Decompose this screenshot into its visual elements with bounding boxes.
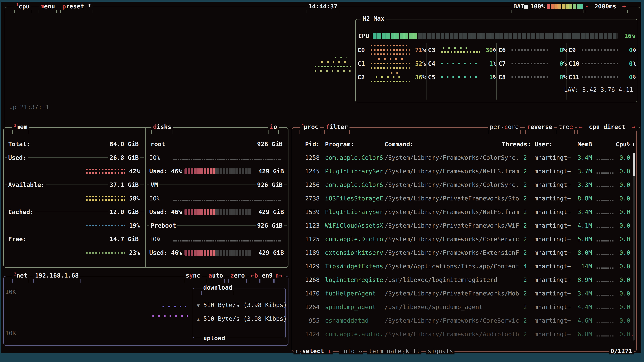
- scrollbar-track[interactable]: [633, 153, 635, 341]
- process-row[interactable]: 1123WiFiCloudAssetsX/System/Library/Priv…: [292, 219, 636, 232]
- process-program: fudHelperAgent: [325, 290, 376, 297]
- disk-io-label: IO%: [149, 195, 160, 202]
- process-row[interactable]: 1125com.apple.Dictio/System/Library/Fram…: [292, 232, 636, 246]
- select-button[interactable]: select ↓: [301, 348, 332, 355]
- download-arrow-icon: ▼: [197, 303, 200, 308]
- process-command: /System/Library/Frameworks/NetFS.fram: [384, 209, 519, 215]
- process-user: mhartingt+: [534, 249, 571, 256]
- process-mem-graph: [596, 268, 614, 269]
- col-mem[interactable]: MemB: [570, 141, 592, 148]
- process-row[interactable]: 1256com.apple.ColorS/System/Library/Fram…: [292, 178, 636, 192]
- process-mem-graph: [596, 308, 614, 309]
- disk-name: Preboot: [149, 222, 178, 229]
- col-cpu[interactable]: Cpu%: [609, 141, 630, 148]
- mem-disks-panel: 2mem disks io Total:64.0 GiBUsed:26.8 Gi…: [3, 127, 288, 268]
- tab-cpu[interactable]: 1cpu: [14, 3, 31, 11]
- process-cpu: 0.0: [614, 331, 630, 338]
- core-row-c11: C110%: [568, 67, 636, 87]
- col-user[interactable]: User:: [534, 141, 552, 148]
- net-zero-button[interactable]: zero: [228, 272, 246, 279]
- col-program[interactable]: Program:: [325, 141, 354, 148]
- signals-button[interactable]: signals: [426, 348, 454, 355]
- tab-proc[interactable]: 4proc: [300, 123, 320, 131]
- core-pct: 52%: [411, 60, 426, 67]
- net-sync-button[interactable]: sync: [184, 272, 202, 279]
- scrollbar-thumb[interactable]: [633, 153, 635, 176]
- net-traffic-graph: [152, 306, 191, 317]
- process-row[interactable]: 1424com.apple.audio./System/Library/Fram…: [292, 327, 636, 341]
- sort-column-selector[interactable]: ← cpu direct →: [577, 123, 637, 131]
- tree-button[interactable]: tree: [557, 123, 575, 131]
- process-program: WiFiCloudAssetsX: [325, 222, 383, 229]
- core-pct-unit: %: [563, 60, 567, 67]
- process-row[interactable]: 1264spindump_agent/usr/libexec/spindump_…: [292, 300, 636, 314]
- core-graph: [371, 58, 411, 69]
- net-auto-button[interactable]: auto: [207, 272, 225, 279]
- process-pid: 1539: [292, 209, 320, 215]
- col-pid[interactable]: Pid:: [292, 141, 320, 148]
- process-row[interactable]: 955csnameddatad/System/Library/Framework…: [292, 314, 636, 327]
- process-program: spindump_agent: [325, 304, 376, 310]
- process-user: mhartingt+: [534, 236, 571, 243]
- menu-button[interactable]: menu: [39, 3, 57, 10]
- col-command[interactable]: Command:: [384, 141, 414, 148]
- disk-size: 926 GiB: [256, 181, 284, 188]
- scroll-up-icon[interactable]: ↑: [294, 348, 300, 355]
- core-row-c8: C80%: [498, 67, 567, 87]
- battery-block: [576, 4, 580, 9]
- core-pct-value: 0: [629, 60, 633, 67]
- mem-meter-row: 42%: [4, 164, 145, 178]
- graph-dots-row: [376, 76, 401, 78]
- per-core-button[interactable]: per-core: [488, 123, 520, 131]
- process-pid: 1268: [292, 276, 320, 283]
- filter-button[interactable]: filter: [324, 123, 350, 131]
- battery-label: BAT■: [513, 3, 528, 10]
- sort-prev-icon[interactable]: ←: [579, 123, 582, 130]
- graph-dots-row: [86, 169, 125, 170]
- process-user: mhartingt+: [534, 317, 571, 324]
- process-cpu: 0.0: [614, 195, 630, 202]
- net-prev-iface-button[interactable]: ←b: [249, 272, 260, 279]
- core-pct-unit: %: [632, 60, 636, 67]
- battery-block: [551, 4, 554, 9]
- process-mem: 3.4M: [571, 154, 592, 161]
- process-row[interactable]: 1245PlugInLibrarySer/System/Library/Fram…: [292, 164, 636, 178]
- process-row[interactable]: 1189extensionkitserv/System/Library/Fram…: [292, 246, 636, 259]
- core-pct: 0%: [622, 74, 636, 81]
- scroll-down-icon[interactable]: ↓: [328, 348, 332, 355]
- process-row[interactable]: 1429TipsWidgetExtens/System/Applications…: [292, 259, 636, 273]
- core-label: C5: [428, 74, 441, 81]
- mem-row-used: Used:26.8 GiB: [4, 151, 145, 164]
- process-pid: 1189: [292, 249, 320, 256]
- process-command: /System/Library/Frameworks/ExtensionF: [384, 249, 519, 256]
- preset-button[interactable]: preset *: [60, 3, 93, 10]
- process-cpu: 0.0: [614, 276, 630, 283]
- process-command: /System/Library/PrivateFrameworks/WiF: [384, 222, 519, 229]
- kill-button[interactable]: kill: [404, 348, 422, 355]
- process-row[interactable]: 1268loginitemregiste/usr/libexec/loginit…: [292, 273, 636, 287]
- core-label: C4: [428, 60, 441, 67]
- load-average: LAV: 3.42 3.76 4.11: [564, 86, 633, 93]
- process-row[interactable]: 2738iOSFilesStorageE/System/Library/Priv…: [292, 192, 636, 205]
- memory-stats: Total:64.0 GiBUsed:26.8 GiB42%Available:…: [4, 128, 145, 267]
- graph-dots-row: [512, 63, 548, 64]
- process-program: com.apple.ColorS: [325, 181, 383, 188]
- process-user: mhartingt+: [534, 263, 571, 270]
- tab-net[interactable]: 3net: [12, 272, 29, 280]
- col-threads[interactable]: Threads:: [502, 141, 531, 148]
- terminate-button[interactable]: terminate: [367, 348, 403, 355]
- process-row[interactable]: 1258com.apple.ColorS/System/Library/Fram…: [292, 151, 636, 164]
- disk-size: 926 GiB: [256, 222, 284, 229]
- process-mem-graph: [596, 186, 614, 187]
- process-row[interactable]: 1539PlugInLibrarySer/System/Library/Fram…: [292, 205, 636, 219]
- info-button[interactable]: info ↵: [339, 348, 363, 355]
- interval-increase-button[interactable]: +: [622, 3, 626, 10]
- sort-next-icon[interactable]: →: [632, 123, 635, 130]
- mem-value: 26.8 GiB: [108, 154, 140, 161]
- core-pct: 30%: [481, 46, 496, 53]
- process-row[interactable]: 1470fudHelperAgent/System/Library/Privat…: [292, 287, 636, 300]
- reverse-button[interactable]: reverse: [525, 123, 554, 131]
- interval-decrease-button[interactable]: -: [585, 3, 588, 10]
- net-next-iface-button[interactable]: n→: [274, 272, 284, 279]
- process-program: iOSFilesStorageE: [325, 195, 383, 202]
